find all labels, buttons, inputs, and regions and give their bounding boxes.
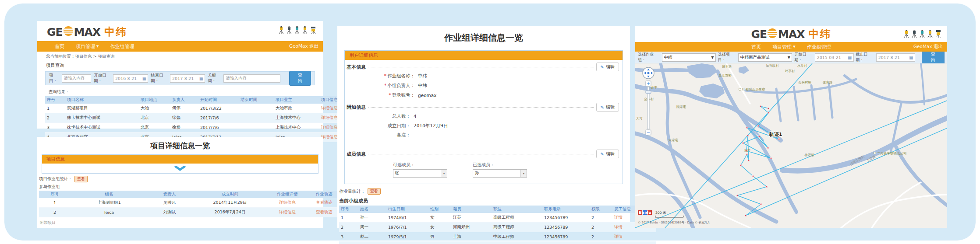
detail-link[interactable]: 详细信息 (321, 115, 338, 120)
table-cell: 北京 (139, 113, 170, 123)
collapse-row[interactable] (42, 164, 318, 173)
scanner-icon (294, 26, 300, 36)
detail-link[interactable]: 详情 (614, 234, 623, 239)
column-header: 序号 (339, 206, 358, 213)
track-point-marker[interactable] (760, 105, 761, 107)
scanner-icon (919, 30, 925, 40)
detail-link[interactable]: 查看轨迹 (316, 209, 333, 214)
field-value: 2014年12月9日 (414, 123, 448, 129)
map-place-label: 顾家宅 (676, 105, 686, 109)
start-date-label: 开始日期： (94, 73, 110, 84)
start-date-input[interactable]: 2016-8-21▦ (113, 74, 148, 83)
required-asterisk: * (389, 92, 391, 98)
nav-item-workgroup-mgmt[interactable]: 作业组管理 (110, 43, 134, 50)
baidu-brand-logo: Baidu (638, 210, 652, 215)
table-cell: 女 (428, 213, 451, 223)
calendar-icon[interactable]: ▦ (909, 55, 913, 60)
calendar-icon[interactable]: ▦ (142, 76, 146, 81)
keyword-label: 关键词： (208, 73, 221, 84)
nav-item-home[interactable]: 首页 (55, 43, 64, 50)
track-point-marker[interactable] (752, 175, 754, 177)
nav-user-logout[interactable]: GeoMax 退出 (289, 43, 318, 49)
column-header: 结束时间 (239, 96, 274, 104)
track-point-marker[interactable] (758, 136, 760, 137)
edit-button[interactable]: ✎编辑 (596, 63, 619, 71)
track-point-marker[interactable] (736, 195, 738, 196)
nav-item-home[interactable]: 首页 (751, 44, 761, 50)
calendar-icon[interactable]: ▦ (848, 55, 852, 60)
field-value: 4 (414, 114, 417, 119)
table-cell: 2016年7月24日 (191, 208, 269, 217)
track-point-marker[interactable] (778, 138, 779, 139)
zoom-slider-handle[interactable] (646, 91, 651, 94)
track-point-marker[interactable] (767, 147, 768, 148)
track-point-marker[interactable] (766, 186, 767, 187)
selected-members-select[interactable]: 孙一▾ (473, 169, 527, 178)
map-container[interactable]: 小北王全丰村顾家宅大圩朱家宅练丰路直江农桥加兴联村叶亭村水斗村合兴村桥体育路水产… (635, 63, 947, 228)
svg-text:Baidu: Baidu (639, 210, 651, 215)
detail-link[interactable]: 详细信息 (279, 200, 296, 205)
track-point-marker[interactable] (748, 160, 749, 161)
table-cell: 4 (339, 242, 358, 244)
detail-link[interactable]: 详情 (614, 215, 623, 220)
start-date-input[interactable]: 2015-03-21▦ (815, 53, 854, 62)
nav-item-workgroup-mgmt[interactable]: 作业组管理 (807, 44, 831, 50)
nav-item-project-mgmt[interactable]: 项目管理▼ (76, 43, 99, 50)
field-value: 中纬 (418, 83, 427, 89)
table-cell: 男 (428, 232, 451, 242)
table-cell: 钱二 (358, 242, 386, 244)
table-cell: 123456789 (542, 242, 590, 244)
nav-user-logout[interactable]: GeoMax 退出 (913, 44, 943, 50)
detail-link[interactable]: 详情 (614, 224, 623, 229)
table-cell: 1979/5/1 (386, 232, 428, 242)
detail-link[interactable]: 详细信息 (321, 105, 338, 110)
view-workload-button[interactable]: 查看 (368, 188, 381, 195)
edit-button[interactable]: ✎编辑 (596, 103, 619, 112)
track-point-marker[interactable] (768, 112, 769, 113)
track-point-marker[interactable] (746, 127, 747, 128)
detail-link[interactable]: 详细信息 (321, 125, 338, 129)
calendar-icon[interactable]: ▦ (199, 76, 203, 81)
map-place-label: 二海县学校物流公司 (877, 151, 907, 155)
search-button[interactable]: 查询 (289, 71, 311, 86)
svg-text:+: + (647, 81, 650, 86)
track-point-marker[interactable] (770, 157, 771, 159)
track-point-marker[interactable] (742, 142, 743, 143)
map-pan-control[interactable] (643, 67, 654, 79)
end-date-label: 截止日期： (856, 52, 874, 63)
track-point-marker[interactable] (745, 215, 746, 216)
track-point-marker[interactable] (740, 164, 741, 166)
end-date-label: 结束日期： (151, 73, 167, 84)
project-input[interactable]: 请输入内容 (62, 74, 91, 83)
project-select[interactable]: 中纬新产品测试▼ (738, 53, 792, 62)
track-point-marker[interactable] (760, 203, 761, 205)
table-cell: 详情 (612, 242, 656, 244)
nav-item-project-mgmt[interactable]: 项目管理▼ (772, 44, 795, 50)
view-stats-button[interactable]: 查看 (74, 176, 88, 182)
detail-link[interactable]: 详细信息 (321, 134, 338, 139)
keyword-input[interactable]: 请输入内容 (223, 74, 280, 83)
track-point-marker[interactable] (768, 108, 769, 109)
edit-button[interactable]: ✎编辑 (596, 150, 619, 158)
track-point-marker[interactable] (747, 135, 748, 136)
group-select[interactable]: 中纬▼ (662, 53, 716, 62)
section-name: 成员信息 (346, 151, 366, 157)
detail-link[interactable]: 详细信息 (279, 209, 296, 214)
track-point-marker[interactable] (757, 125, 759, 126)
end-date-input[interactable]: 2017-8-21▦ (170, 74, 205, 83)
field-label: 总人数： (345, 113, 410, 119)
available-members-select[interactable]: 张一▾ (393, 169, 447, 178)
baidu-map[interactable]: 小北王全丰村顾家宅大圩朱家宅练丰路直江农桥加兴联村叶亭村水斗村合兴村桥体育路水产… (635, 63, 947, 228)
track-point-marker[interactable] (746, 153, 747, 155)
breadcrumb: 您当前的位置：项目信息 > 项目查询 (37, 52, 323, 59)
globe-icon (63, 26, 74, 38)
table-cell: 详情 (612, 232, 656, 242)
group-stats-label: 项目作业组统计： (39, 176, 72, 182)
logo-text-ge: GE (47, 26, 63, 38)
table-cell: 中级工程师 (492, 232, 542, 242)
end-date-input[interactable]: 2017-8-21▦ (876, 53, 915, 62)
search-button[interactable]: 查询 (922, 50, 945, 65)
detail-link[interactable]: 查看轨迹 (316, 200, 333, 205)
basic-fields: *作业组名称：中纬 *小组负责人：中纬 *登录账号：geomax (345, 71, 623, 100)
required-asterisk: * (384, 83, 386, 88)
